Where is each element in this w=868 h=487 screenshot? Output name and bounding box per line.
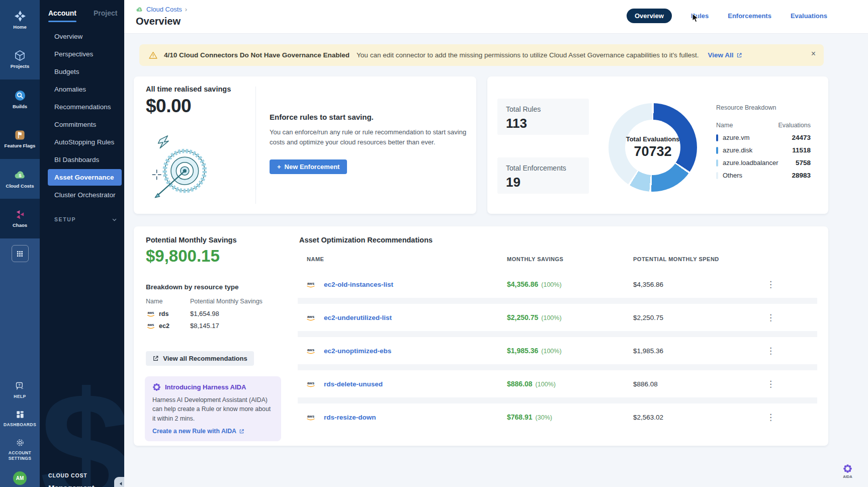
rail-item-label: DASHBOARDS	[4, 422, 36, 428]
builds-icon	[14, 90, 26, 102]
legend-value: 28983	[792, 172, 811, 179]
sidebar-item-bi-dashboards[interactable]: BI Dashboards	[48, 151, 122, 168]
sidebar-setup-toggle[interactable]: SETUP	[54, 216, 117, 222]
potential-monthly-spend: $886.08	[633, 380, 658, 388]
rail-item-projects[interactable]: Projects	[0, 40, 40, 79]
sidebar-item-recommendations[interactable]: Recommendations	[48, 99, 122, 115]
page-header: $ Cloud Costs › Overview Overview Rules …	[124, 0, 868, 34]
module-title-line1: CLOUD COST	[48, 472, 87, 478]
donut-center: Total Evaluations 70732	[625, 120, 680, 175]
rail-item-feature-flags[interactable]: Feature Flags	[0, 119, 40, 159]
card-divider	[255, 87, 256, 204]
monthly-savings: $1,985.36	[507, 347, 538, 355]
rail-item-account-settings[interactable]: ACCOUNT SETTINGS	[2, 438, 38, 461]
help-icon: ?	[15, 381, 25, 391]
recommendation-link[interactable]: ec2-underutilized-list	[324, 314, 392, 321]
sidebar-item-budgets[interactable]: Budgets	[48, 63, 122, 80]
sidebar-item-overview[interactable]: Overview	[48, 28, 122, 45]
banner-title: 4/10 Cloud Connectors Do Not Have Govern…	[164, 51, 350, 59]
tab-evaluations[interactable]: Evaluations	[791, 12, 827, 20]
kebab-menu-icon[interactable]: ⋮	[766, 280, 775, 289]
kebab-menu-icon[interactable]: ⋮	[766, 313, 775, 322]
new-enforcement-button[interactable]: + New Enforcement	[270, 159, 347, 174]
recommendation-link[interactable]: rds-resize-down	[324, 414, 376, 421]
rail-item-home[interactable]: Home	[0, 0, 40, 40]
breakdown-header: Name Potential Monthly Savings	[146, 298, 263, 305]
potential-monthly-spend: $2,250.75	[633, 314, 663, 321]
view-all-recommendations-button[interactable]: View all Recommendations	[146, 351, 254, 366]
rail-item-label: Cloud Costs	[6, 184, 34, 189]
recommendation-link[interactable]: rds-delete-unused	[324, 380, 383, 388]
page-title: Overview	[136, 16, 181, 27]
app-root: Home Projects Builds Feature Flags $ Clo…	[0, 0, 868, 487]
aida-create-rule-link[interactable]: Create a new Rule with AIDA	[152, 428, 274, 435]
recommendations-card: Potential Monthly Savings $9,800.15 Brea…	[134, 226, 828, 446]
potential-monthly-spend: $4,356.86	[633, 281, 663, 288]
asset-optimization-section: Asset Optimization Recommendations NAME …	[298, 226, 817, 446]
recommendation-link[interactable]: ec2-unoptimized-ebs	[324, 347, 391, 355]
kebab-menu-icon[interactable]: ⋮	[766, 347, 775, 355]
monthly-savings: $768.91	[507, 413, 533, 421]
aws-icon: aws	[146, 310, 156, 317]
sidebar-item-asset-governance[interactable]: Asset Governance	[48, 169, 122, 186]
table-row: aws ec2-underutilized-list $2,250.75(100…	[298, 304, 817, 331]
sidebar-item-perspectives[interactable]: Perspectives	[48, 46, 122, 62]
close-icon[interactable]: ×	[811, 49, 816, 58]
sidebar-menu: Overview Perspectives Budgets Anomalies …	[40, 28, 124, 203]
cube-icon	[14, 50, 26, 61]
legend-name: azure.disk	[723, 146, 752, 154]
kebab-menu-icon[interactable]: ⋮	[766, 413, 775, 422]
aws-icon: aws	[305, 281, 316, 288]
sidebar-item-autostopping-rules[interactable]: AutoStopping Rules	[48, 134, 122, 150]
evaluations-donut-chart: Total Evaluations 70732	[609, 103, 697, 192]
sidebar-item-commitments[interactable]: Commitments	[48, 116, 122, 133]
plus-icon: +	[277, 163, 281, 171]
tab-enforcements[interactable]: Enforcements	[728, 12, 771, 20]
rail-item-label: Feature Flags	[5, 143, 36, 149]
module-title-line2: Management	[48, 483, 95, 487]
rail-item-cloud-costs[interactable]: $ Cloud Costs	[0, 159, 40, 199]
rail-item-help[interactable]: ? HELP	[2, 381, 38, 399]
svg-text:aws: aws	[307, 414, 314, 419]
kebab-menu-icon[interactable]: ⋮	[766, 380, 775, 388]
rail-item-label: Builds	[13, 104, 27, 110]
rail-item-builds[interactable]: Builds	[0, 79, 40, 119]
tab-overview[interactable]: Overview	[627, 9, 672, 23]
breadcrumb-link[interactable]: Cloud Costs	[146, 6, 182, 13]
sidebar-collapse-button[interactable]	[114, 477, 124, 487]
savings-percent: (30%)	[536, 414, 552, 421]
breadcrumb-separator: ›	[185, 6, 187, 13]
dashboards-icon	[15, 410, 25, 420]
module-picker-button[interactable]	[12, 245, 29, 262]
aws-icon: aws	[305, 380, 316, 388]
promo-title: Enforce rules to start saving.	[270, 113, 476, 121]
tab-project[interactable]: Project	[94, 9, 117, 22]
rail-top-section: Home Projects	[0, 0, 40, 79]
legend-col-evaluations: Evaluations	[778, 122, 811, 129]
legend-marker	[716, 159, 718, 167]
main-content: $ Cloud Costs › Overview Overview Rules …	[124, 0, 868, 487]
potential-savings-title: Potential Monthly Savings	[146, 236, 236, 244]
user-avatar[interactable]: AM	[13, 471, 27, 485]
banner-view-all-link[interactable]: View All	[708, 51, 742, 59]
sidebar-item-anomalies[interactable]: Anomalies	[48, 81, 122, 98]
tab-rules[interactable]: Rules	[691, 12, 709, 20]
recommendation-link[interactable]: ec2-old-instances-list	[324, 281, 393, 288]
sidebar-item-cluster-orchestrator[interactable]: Cluster Orchestrator	[48, 187, 122, 203]
donut-center-value: 70732	[634, 144, 671, 159]
rail-item-dashboards[interactable]: DASHBOARDS	[2, 410, 38, 428]
rail-item-chaos[interactable]: Chaos	[0, 199, 40, 238]
aida-fab[interactable]: AIDA	[843, 464, 852, 479]
legend-header: Name Evaluations	[716, 122, 811, 129]
tab-account[interactable]: Account	[48, 9, 76, 22]
header-tabs: Overview Rules Enforcements Evaluations	[627, 9, 827, 23]
external-link-icon	[239, 429, 244, 434]
harness-logo-icon	[14, 10, 26, 22]
flag-icon	[14, 129, 26, 141]
view-all-label: View All	[708, 51, 734, 59]
grid-icon	[16, 250, 24, 258]
cloud-dollar-icon: $	[14, 169, 27, 181]
resource-savings: $8,145.17	[190, 322, 219, 330]
legend-name: Others	[723, 172, 742, 179]
col-monthly-savings: MONTHLY SAVINGS	[507, 256, 563, 262]
